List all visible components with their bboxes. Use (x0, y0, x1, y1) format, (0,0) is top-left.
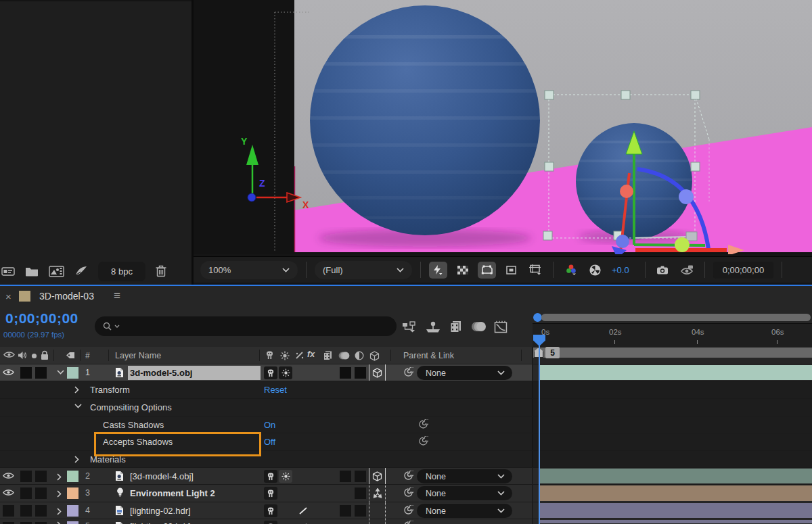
magnification-dropdown[interactable]: 100% (200, 261, 298, 279)
motion-blur-toggle[interactable] (340, 471, 351, 482)
composition-viewer[interactable]: Y Z X (194, 0, 812, 285)
chevron-right-icon[interactable] (57, 473, 62, 481)
comp-marker-label[interactable]: 5 (545, 347, 560, 358)
layer-name[interactable]: [lighting-03.hdr] (130, 521, 191, 524)
exposure-value[interactable]: +0.0 (612, 265, 629, 275)
property-group-compositing-options[interactable]: Compositing Options (0, 399, 812, 416)
lock-column-icon[interactable] (41, 350, 49, 360)
layer-duration-bar[interactable] (540, 485, 812, 501)
threed-layer-toggle[interactable] (369, 364, 386, 381)
video-toggle-off[interactable] (3, 505, 14, 517)
shy-column-icon[interactable] (265, 351, 275, 360)
adjustment-toggle[interactable] (355, 505, 366, 517)
current-time-display[interactable]: 0;00;00;00 (5, 310, 78, 327)
adjustment-toggle[interactable] (355, 487, 366, 499)
audio-toggle[interactable] (20, 505, 32, 517)
chevron-right-icon[interactable] (57, 490, 62, 498)
new-folder-icon[interactable] (25, 266, 39, 277)
eye-icon[interactable] (3, 368, 14, 376)
group-label[interactable]: Transform (90, 385, 130, 395)
index-column-header[interactable]: # (85, 351, 90, 360)
layer-name[interactable]: [lighting-02.hdr] (130, 506, 191, 516)
layer-name[interactable]: [3d-model-4.obj] (130, 471, 194, 481)
delete-trash-icon[interactable] (156, 265, 166, 277)
proxy-swoosh-icon[interactable] (74, 266, 88, 277)
layer-color-swatch[interactable] (67, 367, 78, 379)
solo-toggle[interactable] (35, 367, 47, 379)
eye-icon[interactable] (3, 489, 14, 496)
viewport-canvas[interactable]: Y Z X (194, 0, 812, 254)
accepts-shadows-value[interactable]: Off (264, 437, 275, 447)
shy-toggle[interactable] (264, 521, 277, 524)
interpret-footage-icon[interactable] (1, 266, 15, 277)
layer-row-5-partial[interactable]: 5 [lighting-03.hdr] (0, 519, 812, 524)
label-column-tag-icon[interactable] (65, 350, 75, 360)
pickwhip-icon[interactable] (418, 419, 428, 429)
region-of-interest-button[interactable] (478, 262, 496, 279)
group-label[interactable]: Compositing Options (90, 402, 172, 412)
adjustment-layer-column-icon[interactable] (355, 351, 364, 360)
panel-menu-icon[interactable]: ≡ (114, 289, 120, 303)
timeline-tab-title[interactable]: 3D-model-03 (39, 291, 94, 302)
quality-toggle[interactable] (296, 521, 310, 524)
solo-toggle[interactable] (35, 505, 47, 517)
work-area-bar[interactable] (533, 348, 812, 358)
close-tab-icon[interactable]: × (5, 291, 12, 302)
layer-duration-bar[interactable] (540, 503, 812, 518)
eye-icon[interactable] (3, 472, 14, 479)
solo-toggle[interactable] (35, 487, 47, 499)
layer-row-2[interactable]: 2 [3d-model-4.obj] None (0, 468, 812, 485)
audio-toggle[interactable] (20, 487, 32, 499)
reset-link[interactable]: Reset (264, 385, 287, 395)
channel-show-button[interactable] (562, 262, 580, 279)
pickwhip-icon[interactable] (403, 367, 413, 377)
timeline-scrollbar[interactable] (541, 314, 811, 321)
collapse-transformations-toggle[interactable] (279, 366, 292, 379)
property-casts-shadows[interactable]: Casts Shadows On (0, 416, 812, 433)
layer-name[interactable]: 3d-model-5.obj (130, 368, 192, 378)
quality-toggle[interactable] (296, 504, 310, 517)
shy-toggle[interactable] (264, 504, 277, 517)
parent-dropdown[interactable]: None (417, 486, 512, 500)
collapse-transformations-icon[interactable] (280, 351, 290, 360)
property-group-transform[interactable]: Transform Reset (0, 381, 812, 399)
audio-column-speaker-icon[interactable] (18, 351, 26, 360)
shy-toggle[interactable] (264, 487, 277, 500)
resolution-dropdown[interactable]: (Full) (315, 261, 412, 279)
preview-time-display[interactable]: 0;00;00;00 (713, 262, 773, 279)
threed-layer-toggle[interactable] (369, 468, 386, 484)
solo-column-icon[interactable] (31, 353, 37, 359)
chevron-right-icon[interactable] (74, 456, 79, 463)
video-column-eye-icon[interactable] (3, 351, 15, 358)
adjustment-toggle[interactable] (355, 471, 366, 482)
snapshot-button[interactable] (654, 262, 672, 279)
time-ruler[interactable]: 0s 02s 04s 06s (533, 323, 812, 348)
parent-dropdown[interactable]: None (417, 366, 512, 380)
layer-duration-bar[interactable] (540, 469, 812, 483)
shy-toggle[interactable] (264, 366, 277, 379)
work-area-zone[interactable]: 5 (532, 347, 812, 364)
solo-toggle[interactable] (35, 471, 47, 482)
layer-color-swatch[interactable] (67, 487, 78, 499)
fast-preview-button[interactable] (429, 262, 447, 279)
pickwhip-icon[interactable] (403, 521, 413, 524)
chevron-right-icon[interactable] (57, 508, 62, 515)
exposure-reset-button[interactable] (586, 262, 604, 279)
parent-link-column-header[interactable]: Parent & Link (403, 351, 454, 360)
layer-duration-bar[interactable] (540, 365, 812, 380)
crop-settings-button[interactable] (526, 262, 545, 279)
quality-column-icon[interactable] (295, 351, 304, 360)
shy-toggle[interactable] (264, 470, 277, 483)
current-time-indicator-line[interactable] (539, 346, 540, 524)
chevron-right-icon[interactable] (74, 386, 79, 394)
layer-color-swatch[interactable] (67, 471, 78, 482)
layer-name-column-header[interactable]: Layer Name (115, 351, 161, 360)
collapse-transformations-toggle[interactable] (279, 470, 292, 483)
draft-3d-icon[interactable] (425, 321, 441, 333)
audio-toggle[interactable] (20, 471, 32, 482)
environment-layer-cell[interactable] (369, 502, 386, 519)
audio-toggle[interactable] (20, 367, 32, 379)
pickwhip-icon[interactable] (403, 487, 413, 498)
chevron-down-icon[interactable] (57, 370, 64, 375)
environment-layer-cell[interactable] (369, 519, 386, 524)
